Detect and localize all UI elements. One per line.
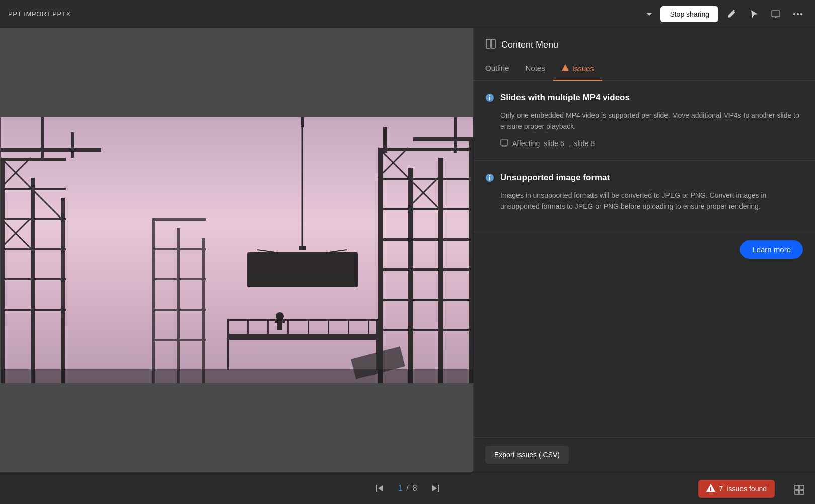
svg-rect-76 [565, 69, 566, 70]
issue-header-mp4: Slides with multiple MP4 videos [485, 93, 803, 105]
svg-rect-96 [800, 490, 804, 494]
tab-notes[interactable]: Notes [517, 60, 553, 81]
svg-rect-13 [1, 309, 66, 311]
svg-rect-19 [1, 148, 101, 152]
screen-icon-button[interactable] [767, 6, 785, 22]
bottom-bar: 1 / 8 7 issues found [0, 472, 815, 504]
grid-view-button[interactable] [794, 484, 805, 498]
tab-issues-label: Issues [572, 64, 594, 73]
top-bar: PPT IMPORT.PPTX Stop sharing [0, 0, 815, 28]
svg-point-67 [276, 312, 284, 320]
issue-desc-mp4: Only one embedded MP4 video is supported… [485, 110, 803, 132]
svg-rect-70 [281, 321, 285, 323]
issues-count: 7 [719, 485, 723, 493]
comma-sep: , [568, 139, 570, 148]
svg-rect-7 [61, 198, 65, 383]
panel-tabs: Outline Notes Issues [485, 60, 803, 80]
slide-canvas [1, 117, 473, 383]
tab-outline[interactable]: Outline [485, 60, 517, 81]
svg-rect-78 [489, 97, 490, 100]
pen-icon-button[interactable] [722, 6, 740, 22]
svg-rect-85 [489, 177, 490, 180]
tab-issues[interactable]: Issues [553, 60, 602, 81]
svg-rect-66 [368, 319, 369, 336]
svg-rect-28 [378, 208, 473, 210]
svg-rect-93 [795, 485, 799, 489]
stop-sharing-button[interactable]: Stop sharing [660, 6, 718, 22]
svg-rect-49 [152, 218, 206, 221]
svg-rect-46 [152, 218, 155, 383]
svg-rect-8 [1, 158, 66, 161]
issue-desc-image: Images in unsupported formats will be co… [485, 190, 803, 212]
svg-rect-5 [1, 158, 5, 383]
svg-rect-43 [247, 252, 358, 287]
svg-rect-10 [1, 218, 66, 220]
total-pages: 8 [413, 484, 417, 493]
svg-rect-87 [376, 485, 377, 492]
svg-rect-53 [152, 339, 206, 341]
learn-more-area: Learn more [473, 232, 815, 271]
affecting-text-mp4: Affecting [512, 139, 540, 148]
svg-rect-55 [227, 340, 229, 370]
svg-rect-32 [378, 329, 473, 331]
learn-more-button[interactable]: Learn more [740, 240, 803, 259]
panel-content: Slides with multiple MP4 videos Only one… [473, 81, 815, 437]
svg-rect-23 [408, 168, 413, 383]
svg-rect-69 [275, 321, 279, 323]
svg-rect-39 [454, 117, 457, 153]
construction-silhouette [1, 117, 473, 383]
svg-point-2 [797, 13, 799, 15]
svg-rect-25 [469, 137, 473, 383]
page-separator: / [406, 484, 408, 493]
export-issues-button[interactable]: Export issues (.CSV) [485, 446, 569, 464]
info-icon-mp4 [485, 93, 494, 105]
svg-rect-64 [328, 319, 329, 336]
svg-rect-50 [152, 248, 206, 250]
svg-rect-89 [438, 485, 439, 492]
svg-rect-30 [378, 268, 473, 271]
svg-marker-88 [378, 485, 383, 491]
issue-card-image: Unsupported image format Images in unsup… [473, 161, 815, 232]
svg-rect-42 [299, 246, 306, 250]
svg-rect-12 [1, 278, 66, 280]
slide-area [0, 28, 473, 472]
slide6-link[interactable]: slide 6 [544, 139, 564, 148]
main-content: Content Menu Outline Notes Issues [0, 28, 815, 472]
svg-rect-60 [247, 319, 249, 336]
panel-header: Content Menu Outline Notes Issues [473, 28, 815, 81]
pointer-icon-button[interactable] [745, 6, 763, 22]
issue-card-mp4: Slides with multiple MP4 videos Only one… [473, 81, 815, 161]
svg-rect-51 [152, 278, 206, 280]
svg-point-79 [489, 95, 490, 96]
chevron-button[interactable] [642, 7, 656, 21]
svg-rect-95 [795, 490, 799, 494]
svg-rect-27 [378, 178, 473, 180]
svg-rect-29 [378, 238, 473, 241]
svg-rect-52 [152, 309, 206, 311]
more-options-button[interactable] [789, 10, 807, 19]
svg-rect-92 [710, 490, 711, 491]
svg-rect-57 [227, 319, 378, 321]
first-page-button[interactable] [369, 480, 390, 496]
slide-image [1, 117, 473, 383]
top-bar-actions: Stop sharing [642, 6, 807, 22]
current-page: 1 [398, 484, 402, 493]
issues-badge[interactable]: 7 issues found [698, 480, 775, 498]
issue-title-image: Unsupported image format [500, 173, 610, 183]
svg-rect-58 [227, 319, 229, 336]
svg-rect-0 [772, 11, 780, 17]
svg-point-86 [489, 175, 490, 176]
issues-suffix: issues found [727, 485, 767, 493]
svg-rect-40 [301, 117, 304, 127]
last-page-button[interactable] [425, 480, 446, 496]
svg-rect-20 [41, 117, 44, 158]
svg-rect-38 [383, 127, 387, 153]
svg-rect-11 [1, 248, 66, 250]
svg-rect-62 [287, 319, 289, 336]
svg-rect-21 [71, 132, 74, 158]
svg-rect-63 [308, 319, 309, 336]
right-panel: Content Menu Outline Notes Issues [473, 28, 815, 472]
document-title: PPT IMPORT.PPTX [8, 10, 642, 18]
svg-rect-54 [227, 334, 378, 340]
slide8-link[interactable]: slide 8 [574, 139, 595, 148]
